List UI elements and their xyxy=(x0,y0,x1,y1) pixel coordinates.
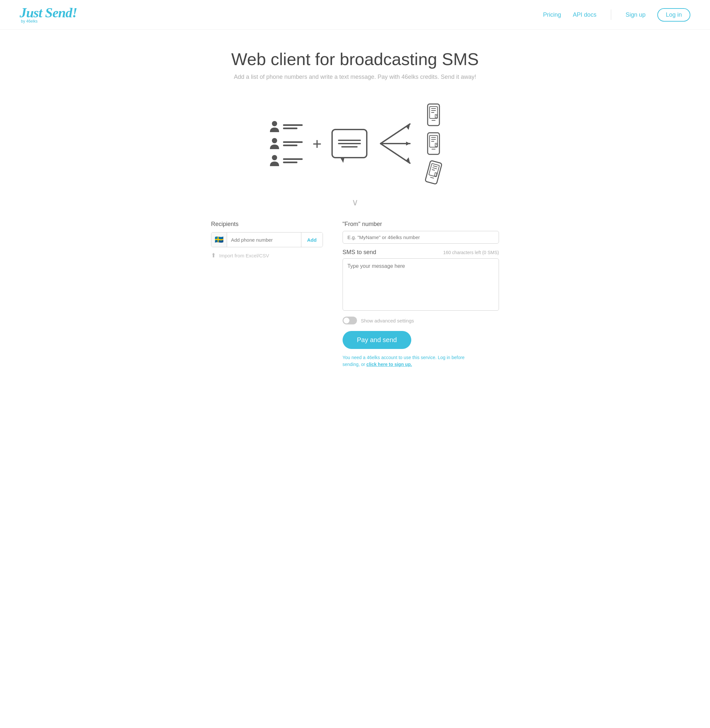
chevron-area: ∨ xyxy=(0,190,710,221)
line xyxy=(283,158,303,160)
phone-icon-2 xyxy=(426,132,441,155)
from-label: "From" number xyxy=(343,221,499,228)
sms-count: 160 characters left (0 SMS) xyxy=(443,250,499,255)
advanced-row: Show advanced settings xyxy=(343,316,499,324)
upload-icon: ⬆ xyxy=(211,252,216,259)
sms-textarea[interactable] xyxy=(343,258,499,311)
recipients-col: Recipients 🇸🇪 Add ⬆ Import from Excel/CS… xyxy=(211,221,323,259)
svg-line-7 xyxy=(380,144,410,163)
people-list xyxy=(269,120,303,167)
phone-input[interactable] xyxy=(227,233,301,247)
arrows-area xyxy=(377,117,417,170)
add-phone-button[interactable]: Add xyxy=(301,233,323,247)
sms-header: SMS to send 160 characters left (0 SMS) xyxy=(343,249,499,256)
svg-point-2 xyxy=(272,155,277,160)
speech-bubble xyxy=(332,129,367,158)
logo-text: Just Send! xyxy=(20,6,77,20)
nav-links: Pricing API docs Sign up Log in xyxy=(543,8,690,22)
sign-up-notice-link[interactable]: click here to sign up. xyxy=(367,362,412,367)
person-lines-1 xyxy=(283,124,303,129)
chevron-down-icon: ∨ xyxy=(352,197,359,207)
hero-title: Web client for broadcasting SMS xyxy=(7,49,703,69)
message-col: "From" number SMS to send 160 characters… xyxy=(343,221,499,368)
pricing-link[interactable]: Pricing xyxy=(543,12,561,18)
line xyxy=(283,124,303,126)
advanced-settings-label: Show advanced settings xyxy=(361,318,414,324)
flag-emoji: 🇸🇪 xyxy=(215,236,223,244)
arrows-svg xyxy=(377,117,417,170)
illus-inner: + xyxy=(269,103,441,184)
logo: Just Send! by 46elks xyxy=(20,6,77,23)
api-docs-link[interactable]: API docs xyxy=(573,12,597,18)
line xyxy=(283,127,298,129)
svg-line-28 xyxy=(432,169,435,170)
pay-and-send-button[interactable]: Pay and send xyxy=(343,331,411,349)
bubble-line xyxy=(338,140,361,141)
line xyxy=(283,145,298,146)
person-row-3 xyxy=(269,154,303,167)
person-lines-2 xyxy=(283,141,303,146)
person-icon-3 xyxy=(269,154,280,167)
svg-point-0 xyxy=(272,121,277,126)
sms-label: SMS to send xyxy=(343,249,376,256)
line xyxy=(283,141,303,143)
flag-selector[interactable]: 🇸🇪 xyxy=(211,233,227,247)
illustration: + xyxy=(0,90,710,190)
log-in-link[interactable]: Log in xyxy=(657,8,690,22)
person-row-1 xyxy=(269,120,303,133)
logo-sub: by 46elks xyxy=(21,19,38,23)
hero-section: Web client for broadcasting SMS Add a li… xyxy=(0,30,710,90)
import-label: Import from Excel/CSV xyxy=(219,253,269,258)
plus-icon: + xyxy=(312,135,322,153)
person-icon-2 xyxy=(269,137,280,150)
line xyxy=(283,161,298,163)
svg-marker-6 xyxy=(406,142,410,145)
svg-line-27 xyxy=(433,168,437,169)
person-row-2 xyxy=(269,137,303,150)
phones xyxy=(426,103,441,184)
navbar: Just Send! by 46elks Pricing API docs Si… xyxy=(0,0,710,30)
hero-subtitle: Add a list of phone numbers and write a … xyxy=(7,73,703,81)
nav-divider xyxy=(611,9,611,20)
from-number-input[interactable] xyxy=(343,231,499,244)
advanced-settings-toggle[interactable] xyxy=(343,316,357,324)
phone-icon-1 xyxy=(426,103,441,126)
bubble-line xyxy=(341,146,358,148)
form-section: Recipients 🇸🇪 Add ⬆ Import from Excel/CS… xyxy=(198,221,512,388)
person-lines-3 xyxy=(283,158,303,163)
recipients-label: Recipients xyxy=(211,221,323,228)
svg-line-3 xyxy=(380,124,410,144)
phone-input-row: 🇸🇪 Add xyxy=(211,232,323,247)
import-row[interactable]: ⬆ Import from Excel/CSV xyxy=(211,252,323,259)
notice-text: You need a 46elks account to use this se… xyxy=(343,354,467,368)
bubble-line xyxy=(338,143,361,144)
svg-line-26 xyxy=(433,166,437,167)
person-icon-1 xyxy=(269,120,280,133)
svg-point-1 xyxy=(272,138,277,143)
phone-icon-3 xyxy=(424,159,444,185)
sign-up-link[interactable]: Sign up xyxy=(626,12,645,18)
svg-line-25 xyxy=(431,177,434,178)
